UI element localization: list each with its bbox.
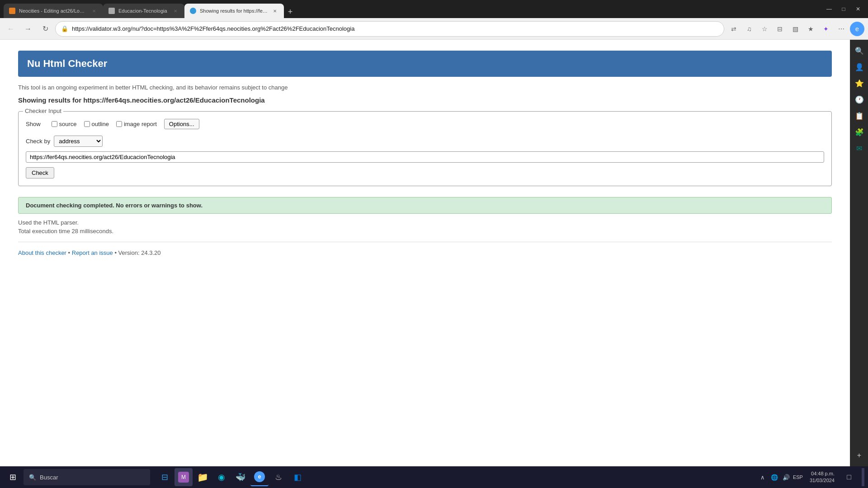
start-button[interactable]: ⊞ <box>4 468 22 486</box>
taskbar-docker[interactable]: 🐳 <box>231 468 250 486</box>
tray-volume[interactable]: 🔊 <box>782 473 791 482</box>
source-checkbox-label[interactable]: source <box>52 121 77 127</box>
taskbar-search-icon: 🔍 <box>29 474 36 481</box>
forward-button[interactable]: → <box>21 22 35 36</box>
version-label: Version: 24.3.20 <box>118 249 161 256</box>
translate-icon[interactable]: ⇄ <box>727 22 741 36</box>
profile-icon[interactable]: ✦ <box>819 22 833 36</box>
tray-network[interactable]: 🌐 <box>770 473 779 482</box>
options-button[interactable]: Options... <box>164 119 199 129</box>
window-controls: — □ ✕ <box>823 3 864 15</box>
source-checkbox[interactable] <box>52 121 57 127</box>
check-by-row: Check by address file upload text input <box>26 136 824 147</box>
split-view-icon[interactable]: ▧ <box>788 22 802 36</box>
notification-button[interactable]: □ <box>842 470 856 484</box>
taskbar-active-edge[interactable]: e <box>250 468 269 486</box>
taskbar-steam[interactable]: ♨ <box>269 468 288 486</box>
tab-favicon-2 <box>108 8 115 14</box>
task-view-icon: ⊟ <box>161 472 168 482</box>
footer-separator-1: • <box>68 249 72 256</box>
title-bar: Neocities - Editing act26/Localiz... ✕ E… <box>0 0 868 18</box>
taskbar-vs-app[interactable]: M <box>175 468 193 486</box>
tab-neocities[interactable]: Neocities - Editing act26/Localiz... ✕ <box>4 4 103 18</box>
sidebar-mail-icon[interactable]: ✉ <box>852 141 867 155</box>
system-tray: ∧ 🌐 🔊 ESP <box>758 473 802 482</box>
browser-toolbar: ← → ↻ 🔒 https://validator.w3.org/nu/?doc… <box>0 18 868 40</box>
checker-title: Nu Html Checker <box>27 58 823 70</box>
vscode-icon: ◧ <box>294 472 302 482</box>
outline-checkbox-label[interactable]: outline <box>84 121 109 127</box>
taskbar-clock[interactable]: 04:48 p.m. 31/03/2024 <box>806 470 838 484</box>
steam-icon: ♨ <box>275 472 282 482</box>
sidebar-profile-icon[interactable]: 👤 <box>852 60 867 74</box>
checker-header: Nu Html Checker <box>18 51 832 77</box>
outline-checkbox[interactable] <box>84 121 90 127</box>
success-banner: Document checking completed. No errors o… <box>18 197 832 214</box>
image-report-label: image report <box>124 121 157 127</box>
image-report-checkbox[interactable] <box>116 121 122 127</box>
taskbar-vscode[interactable]: ◧ <box>288 468 307 486</box>
toolbar-actions: ⇄ ♫ ☆ ⊟ ▧ ★ ✦ ⋯ e <box>727 22 864 36</box>
read-aloud-icon[interactable]: ♫ <box>742 22 756 36</box>
tab-title-3: Showing results for https://fer64... <box>200 8 268 14</box>
taskbar-right: ∧ 🌐 🔊 ESP 04:48 p.m. 31/03/2024 □ <box>758 468 864 486</box>
sidebar-collections-icon[interactable]: 📋 <box>852 108 867 123</box>
more-options-button[interactable]: ⋯ <box>835 22 848 36</box>
tray-language[interactable]: ESP <box>793 473 802 482</box>
right-sidebar: 🔍 👤 ⭐ 🕐 📋 🧩 ✉ + <box>850 40 868 466</box>
edge-active-icon: e <box>254 471 265 482</box>
vs-icon: M <box>178 472 189 483</box>
sidebar-favorites-icon[interactable]: ⭐ <box>852 76 867 90</box>
minimize-button[interactable]: — <box>823 3 835 15</box>
reading-view-icon[interactable]: ⊟ <box>773 22 787 36</box>
url-input[interactable] <box>26 151 824 163</box>
report-issue-link[interactable]: Report an issue <box>72 249 113 256</box>
sidebar-add-icon[interactable]: + <box>852 448 867 463</box>
tab-validator[interactable]: Showing results for https://fer64... ✕ <box>184 4 284 18</box>
tab-close-3[interactable]: ✕ <box>271 7 278 14</box>
address-url: https://validator.w3.org/nu/?doc=https%3… <box>72 25 718 32</box>
checker-input-box: Checker Input Show source outline image … <box>18 111 832 186</box>
tray-chevron[interactable]: ∧ <box>758 473 767 482</box>
checker-subtitle: This tool is an ongoing experiment in be… <box>18 84 832 91</box>
refresh-button[interactable]: ↻ <box>38 22 52 36</box>
sidebar-extensions-icon[interactable]: 🧩 <box>852 125 867 139</box>
tab-title-1: Neocities - Editing act26/Localiz... <box>19 8 87 14</box>
results-title: Showing results for https://fer64qs.neoc… <box>18 96 832 104</box>
edge-icon-taskbar: ◉ <box>218 472 225 482</box>
footer-links: About this checker • Report an issue • V… <box>18 249 832 256</box>
source-label: source <box>59 121 77 127</box>
file-explorer-icon: 📁 <box>197 472 208 483</box>
footer-separator-2: • <box>114 249 118 256</box>
windows-icon: ⊞ <box>9 472 16 482</box>
back-button[interactable]: ← <box>4 22 18 36</box>
favorites-icon[interactable]: ☆ <box>758 22 771 36</box>
show-desktop-button[interactable] <box>862 468 864 486</box>
new-tab-button[interactable]: + <box>284 5 297 18</box>
maximize-button[interactable]: □ <box>837 3 850 15</box>
close-button[interactable]: ✕ <box>852 3 864 15</box>
taskbar-edge[interactable]: ◉ <box>212 468 231 486</box>
taskbar-search-label: Buscar <box>40 474 58 481</box>
image-report-checkbox-label[interactable]: image report <box>116 121 157 127</box>
address-bar[interactable]: 🔒 https://validator.w3.org/nu/?doc=https… <box>55 21 724 37</box>
tab-close-2[interactable]: ✕ <box>172 7 179 14</box>
taskbar-explorer[interactable]: 📁 <box>193 468 212 486</box>
taskbar-search-bar[interactable]: 🔍 Buscar <box>24 469 150 485</box>
collections-icon[interactable]: ★ <box>804 22 817 36</box>
check-button[interactable]: Check <box>26 167 54 178</box>
sidebar-search-icon[interactable]: 🔍 <box>852 43 867 58</box>
check-by-select[interactable]: address file upload text input <box>54 136 103 147</box>
taskbar-task-view[interactable]: ⊟ <box>156 468 174 486</box>
footer-divider <box>18 242 832 242</box>
info-line-2: Total execution time 28 milliseconds. <box>18 228 832 235</box>
tab-close-1[interactable]: ✕ <box>90 7 98 14</box>
show-row: Show source outline image report Options… <box>26 119 824 129</box>
edge-profile-button[interactable]: e <box>850 22 864 36</box>
sidebar-history-icon[interactable]: 🕐 <box>852 92 867 107</box>
lock-icon: 🔒 <box>61 25 68 32</box>
browser-frame: Neocities - Editing act26/Localiz... ✕ E… <box>0 0 868 488</box>
about-checker-link[interactable]: About this checker <box>18 249 66 256</box>
tab-educacion[interactable]: Educacion-Tecnologia ✕ <box>103 4 184 18</box>
docker-icon: 🐳 <box>236 472 245 482</box>
